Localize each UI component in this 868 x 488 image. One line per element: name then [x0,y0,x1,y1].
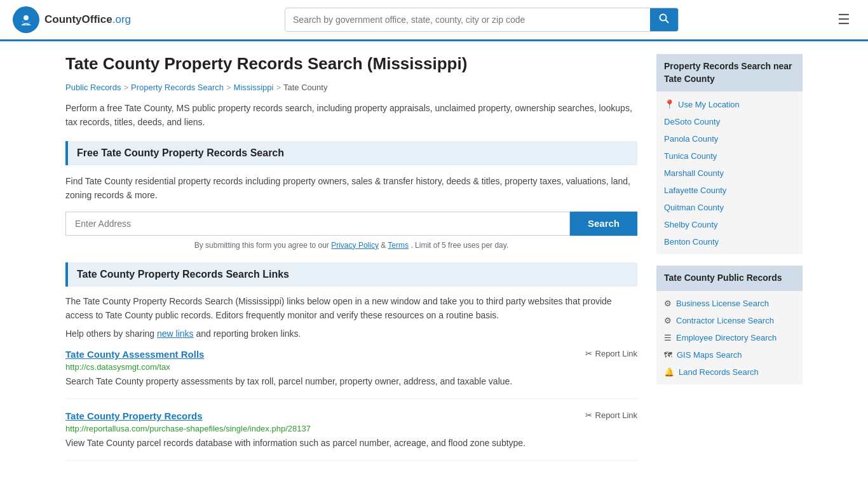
use-my-location-link[interactable]: Use My Location [678,100,740,109]
svg-point-4 [25,24,27,25]
svg-point-1 [24,15,29,20]
svg-point-3 [29,22,31,24]
site-header: CountyOffice.org ☰ [0,0,868,41]
public-record-item-2[interactable]: ☰ Employee Directory Search [656,329,803,346]
terms-link[interactable]: Terms [388,241,409,250]
land-records-icon: 🔔 [664,367,674,377]
form-disclaimer: By submitting this form you agree to our… [65,241,637,250]
report-link-btn-1[interactable]: ✂ Report Link [585,410,637,420]
record-link-title-0[interactable]: Tate County Assessment Rolls [65,349,204,360]
main-wrapper: Tate County Property Records Search (Mis… [53,41,815,485]
svg-point-2 [22,21,24,23]
record-link-title-1[interactable]: Tate County Property Records [65,410,203,421]
land-records-link[interactable]: Land Records Search [679,367,759,377]
links-section-heading: Tate County Property Records Search Link… [65,262,637,287]
employee-directory-link[interactable]: Employee Directory Search [676,333,776,342]
links-section: Tate County Property Records Search Link… [65,262,637,461]
sidebar-county-item-7[interactable]: Benton County [656,233,803,250]
public-record-item-1[interactable]: ⚙ Contractor License Search [656,312,803,329]
breadcrumb: Public Records > Property Records Search… [65,83,637,92]
content-area: Tate County Property Records Search (Mis… [65,54,637,472]
intro-text: Perform a free Tate County, MS public pr… [65,101,637,130]
breadcrumb-tate-county: Tate County [283,83,327,92]
breadcrumb-public-records[interactable]: Public Records [65,83,121,92]
free-search-heading: Free Tate County Property Records Search [65,141,637,165]
public-records-section-title: Tate County Public Records [656,266,803,291]
logo-text: CountyOffice.org [44,13,131,26]
record-link-url-1[interactable]: http://reportallusa.com/purchase-shapefi… [65,424,637,433]
public-records-section: Tate County Public Records ⚙ Business Li… [656,266,803,384]
employee-directory-icon: ☰ [664,333,672,342]
svg-line-6 [666,20,669,24]
gis-maps-link[interactable]: GIS Maps Search [677,350,742,360]
record-link-desc-0: Search Tate County property assessments … [65,375,637,388]
svg-point-5 [660,15,667,21]
contractor-license-link[interactable]: Contractor License Search [676,316,774,325]
public-record-item-4[interactable]: 🔔 Land Records Search [656,363,803,381]
nearby-section-title: Property Records Search near Tate County [656,54,803,92]
logo-area: CountyOffice.org [13,6,131,33]
record-link-item: Tate County Assessment Rolls ✂ Report Li… [65,349,637,399]
address-input[interactable] [65,212,570,236]
contractor-license-icon: ⚙ [664,316,672,325]
record-link-desc-1: View Tate County parcel records database… [65,437,637,450]
nearby-section: Property Records Search near Tate County… [656,54,803,254]
business-license-icon: ⚙ [664,299,672,308]
share-text: Help others by sharing new links and rep… [65,329,637,339]
address-form: Search [65,212,637,236]
report-link-btn-0[interactable]: ✂ Report Link [585,349,637,358]
sidebar-county-item-5[interactable]: Quitman County [656,199,803,216]
breadcrumb-property-records[interactable]: Property Records Search [131,83,224,92]
public-record-item-0[interactable]: ⚙ Business License Search [656,295,803,312]
privacy-policy-link[interactable]: Privacy Policy [331,241,379,250]
public-record-item-3[interactable]: 🗺 GIS Maps Search [656,346,803,363]
use-my-location-item[interactable]: 📍 Use My Location [656,95,803,113]
sidebar-county-item-4[interactable]: Lafayette County [656,182,803,199]
sidebar-county-item-6[interactable]: Shelby County [656,216,803,233]
global-search-button[interactable] [650,8,678,31]
record-link-item: Tate County Property Records ✂ Report Li… [65,410,637,461]
sidebar-county-item-1[interactable]: Panola County [656,130,803,147]
sidebar: Property Records Search near Tate County… [656,54,803,472]
sidebar-county-item-0[interactable]: DeSoto County [656,113,803,130]
record-link-url-0[interactable]: http://cs.datasysmgt.com/tax [65,362,637,372]
free-search-desc: Find Tate County residential property re… [65,174,637,203]
breadcrumb-mississippi[interactable]: Mississippi [234,83,274,92]
global-search-input[interactable] [285,10,650,30]
nearby-section-items: 📍 Use My Location DeSoto County Panola C… [656,92,803,254]
address-search-button[interactable]: Search [570,212,637,236]
page-title: Tate County Property Records Search (Mis… [65,54,637,74]
sidebar-county-item-3[interactable]: Marshall County [656,165,803,182]
hamburger-menu-button[interactable]: ☰ [832,9,855,30]
logo-icon [13,6,39,33]
location-pin-icon: 📍 [664,99,675,109]
global-search-bar [285,8,679,32]
new-links-link[interactable]: new links [157,329,194,339]
sidebar-county-item-2[interactable]: Tunica County [656,147,803,165]
links-desc: The Tate County Property Records Search … [65,294,637,323]
business-license-link[interactable]: Business License Search [676,299,769,308]
public-records-items: ⚙ Business License Search ⚙ Contractor L… [656,291,803,384]
gis-maps-icon: 🗺 [664,350,672,360]
